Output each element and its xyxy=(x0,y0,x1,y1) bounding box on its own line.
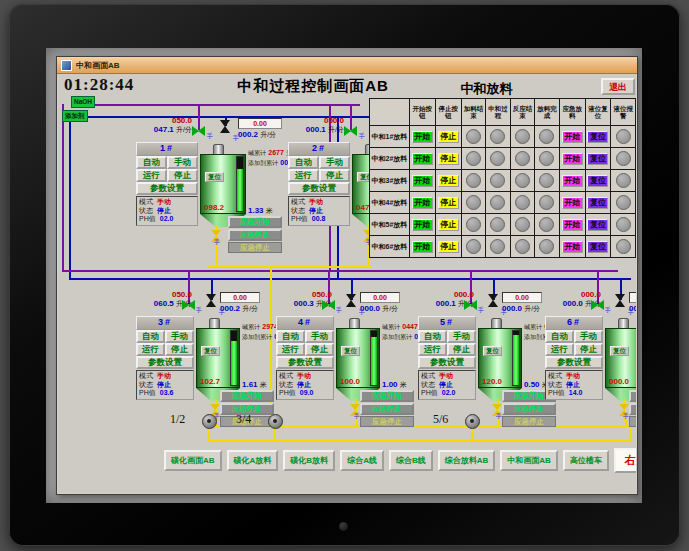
nav-button[interactable]: 磺化A放料 xyxy=(227,450,279,471)
additive-valve-icon[interactable] xyxy=(615,294,626,307)
stop-button[interactable]: 停止 xyxy=(167,169,198,182)
pump-pair-label: 5/6 xyxy=(433,412,448,427)
level-reset-button[interactable]: 复位 xyxy=(587,175,608,187)
additive-valve-icon[interactable] xyxy=(346,294,357,307)
manual-button[interactable]: 手动 xyxy=(319,156,350,169)
auto-button[interactable]: 自动 xyxy=(276,330,305,343)
additive-source-label: 添加剂 xyxy=(62,110,88,122)
start-button[interactable]: 开始 xyxy=(412,197,433,209)
run-button[interactable]: 运行 xyxy=(276,343,305,356)
unit-status-box: 模式手动 状态停止 PH值00.8 xyxy=(288,196,350,226)
naoh-valve-icon[interactable] xyxy=(322,300,335,310)
emergency-stop-button[interactable]: 应急停止 xyxy=(228,229,282,241)
additive-total-label: 添加剂累计 xyxy=(242,334,272,340)
additive-valve-icon[interactable] xyxy=(220,120,231,133)
run-button[interactable]: 运行 xyxy=(136,169,167,182)
emergency-discharge-button[interactable]: 开始 xyxy=(562,131,583,143)
nav-button[interactable]: 综合B线 xyxy=(389,450,433,471)
nav-button[interactable]: 中和画面AB xyxy=(500,450,558,471)
params-button[interactable]: 参数设置 xyxy=(545,356,603,369)
level-reset-button[interactable]: 复位 xyxy=(587,131,608,143)
stop-button[interactable]: 停止 xyxy=(319,169,350,182)
start-button[interactable]: 开始 xyxy=(412,131,433,143)
emergency-discharge-button[interactable]: 开始 xyxy=(562,241,583,253)
stop-button[interactable]: 停止 xyxy=(305,343,334,356)
run-button[interactable]: 运行 xyxy=(545,343,574,356)
start-button[interactable]: 开始 xyxy=(412,219,433,231)
nav-button[interactable]: 高位槽车 xyxy=(563,450,609,471)
auto-button[interactable]: 自动 xyxy=(288,156,319,169)
params-button[interactable]: 参数设置 xyxy=(288,182,350,195)
pump-icon[interactable] xyxy=(268,414,283,429)
emergency-discharge-button[interactable]: 开始 xyxy=(562,219,583,231)
auto-button[interactable]: 自动 xyxy=(136,330,165,343)
params-button[interactable]: 参数设置 xyxy=(136,182,198,195)
stop-button[interactable]: 停止 xyxy=(438,175,459,187)
level-reset-button[interactable]: 复位 xyxy=(587,219,608,231)
state-label: 状态 xyxy=(421,381,435,388)
naoh-valve-icon[interactable] xyxy=(192,126,205,136)
naoh-valve-icon[interactable] xyxy=(591,300,604,310)
start-button[interactable]: 开始 xyxy=(412,153,433,165)
manual-button[interactable]: 手动 xyxy=(167,156,198,169)
emergency-start-button[interactable]: 应急开始 xyxy=(629,390,636,402)
nav-button[interactable]: 右屏 xyxy=(614,448,636,473)
naoh-valve-icon[interactable] xyxy=(464,300,477,310)
nav-button[interactable]: 综合放料AB xyxy=(438,450,496,471)
naoh-setpoint: 050.0 xyxy=(296,116,344,125)
start-button[interactable]: 开始 xyxy=(412,175,433,187)
nav-button[interactable]: 磺化画面AB xyxy=(164,450,222,471)
pump-icon[interactable] xyxy=(202,414,217,429)
run-button[interactable]: 运行 xyxy=(418,343,447,356)
emergency-discharge-button[interactable]: 开始 xyxy=(562,175,583,187)
manual-button[interactable]: 手动 xyxy=(574,330,603,343)
emergency-stop-button[interactable]: 应急停止 xyxy=(629,403,636,415)
emergency-discharge-button[interactable]: 开始 xyxy=(562,153,583,165)
level-reset-button[interactable]: 复位 xyxy=(587,153,608,165)
start-button[interactable]: 开始 xyxy=(412,241,433,253)
emergency-discharge-button[interactable]: 开始 xyxy=(562,197,583,209)
auto-button[interactable]: 自动 xyxy=(136,156,167,169)
table-row: 中和2#放料 开始 停止 开始 复位 xyxy=(370,148,636,170)
level-reset-button[interactable]: 复位 xyxy=(587,197,608,209)
auto-button[interactable]: 自动 xyxy=(418,330,447,343)
level-alarm-lamp xyxy=(616,217,631,232)
emergency-start-button[interactable]: 应急开始 xyxy=(220,390,274,402)
naoh-valve-icon[interactable] xyxy=(344,126,357,136)
naoh-flow-value: 000.1 xyxy=(306,125,326,134)
naoh-valve-icon[interactable] xyxy=(182,300,195,310)
stop-button[interactable]: 停止 xyxy=(574,343,603,356)
run-button[interactable]: 运行 xyxy=(288,169,319,182)
params-button[interactable]: 参数设置 xyxy=(276,356,334,369)
stop-button[interactable]: 停止 xyxy=(438,241,459,253)
level-reset-button[interactable]: 复位 xyxy=(587,241,608,253)
stop-button[interactable]: 停止 xyxy=(438,153,459,165)
additive-valve-icon[interactable] xyxy=(206,294,217,307)
emergency-start-button[interactable]: 应急开始 xyxy=(360,390,414,402)
run-button[interactable]: 运行 xyxy=(136,343,165,356)
nav-button[interactable]: 综合A线 xyxy=(340,450,384,471)
stop-button[interactable]: 停止 xyxy=(438,131,459,143)
tank-reset-button[interactable]: 复位 xyxy=(341,346,360,356)
auto-button[interactable]: 自动 xyxy=(545,330,574,343)
pump-icon[interactable] xyxy=(465,414,480,429)
window-titlebar[interactable]: 中和画面AB xyxy=(57,57,637,74)
tank-reset-button[interactable]: 复位 xyxy=(610,346,629,356)
stop-button[interactable]: 停止 xyxy=(438,197,459,209)
nav-button[interactable]: 磺化B放料 xyxy=(283,450,335,471)
additive-valve-icon[interactable] xyxy=(488,294,499,307)
tank-reset-button[interactable]: 复位 xyxy=(201,346,220,356)
stop-button[interactable]: 停止 xyxy=(447,343,476,356)
params-button[interactable]: 参数设置 xyxy=(418,356,476,369)
manual-button[interactable]: 手动 xyxy=(447,330,476,343)
params-button[interactable]: 参数设置 xyxy=(136,356,194,369)
stop-button[interactable]: 停止 xyxy=(165,343,194,356)
emergency-stop-button[interactable]: 应急停止 xyxy=(360,403,414,415)
stop-button[interactable]: 停止 xyxy=(438,219,459,231)
manual-button[interactable]: 手动 xyxy=(305,330,334,343)
exit-button[interactable]: 退出 xyxy=(601,78,635,95)
emergency-start-button[interactable]: 应急开始 xyxy=(228,216,282,228)
manual-button[interactable]: 手动 xyxy=(165,330,194,343)
tank-reset-button[interactable]: 复位 xyxy=(205,172,224,182)
tank-reset-button[interactable]: 复位 xyxy=(483,346,502,356)
